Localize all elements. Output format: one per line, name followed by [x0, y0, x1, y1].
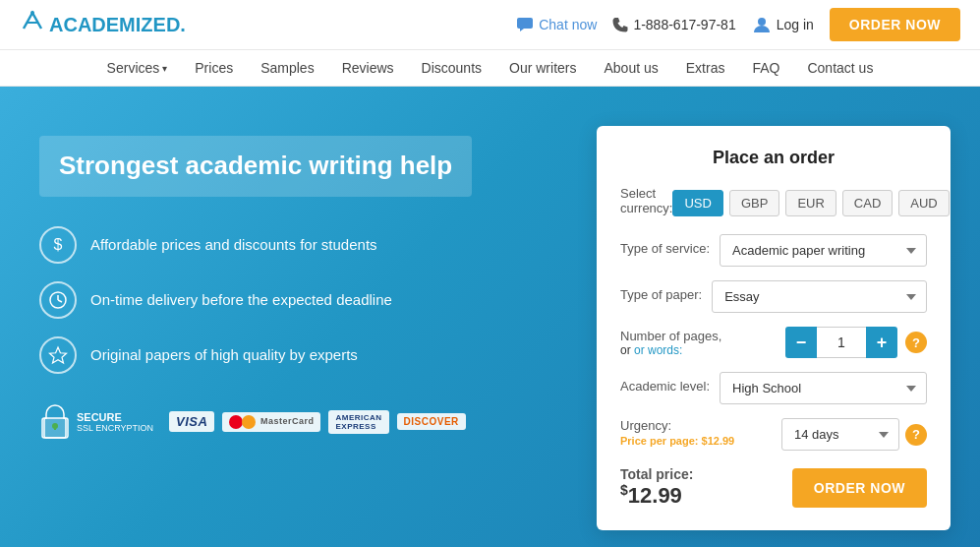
login-label: Log in: [777, 17, 814, 32]
logo-text: ACADEMIZED.: [49, 14, 186, 36]
card-logos: VISA MasterCard AMERICANEXPRESS DISCOVER: [169, 410, 466, 434]
list-item: On-time delivery before the expected dea…: [39, 281, 597, 319]
nav-faq[interactable]: FAQ: [752, 60, 779, 76]
pages-decrement[interactable]: −: [785, 327, 817, 358]
currency-gbp[interactable]: GBP: [729, 190, 779, 216]
feature-list: $ Affordable prices and discounts for st…: [39, 226, 597, 374]
academic-select[interactable]: High School: [720, 372, 927, 404]
pages-value: 1: [817, 327, 866, 358]
total-label: Total price:: [620, 466, 693, 482]
nav-samples[interactable]: Samples: [260, 60, 314, 76]
phone-number: 1-888-617-97-81: [633, 17, 735, 32]
svg-marker-7: [50, 347, 67, 363]
chevron-down-icon: ▾: [162, 63, 167, 74]
svg-rect-10: [54, 426, 56, 430]
order-form: Place an order Select currency: USD GBP …: [597, 126, 951, 530]
urgency-row: Urgency: Price per page: $12.99 14 days …: [620, 418, 927, 451]
logo[interactable]: ACADEMIZED.: [20, 9, 186, 40]
nav-reviews[interactable]: Reviews: [342, 60, 394, 76]
hero-section: Strongest academic writing help $ Afford…: [0, 87, 980, 547]
svg-rect-1: [517, 18, 533, 29]
chat-link[interactable]: Chat now: [516, 17, 597, 32]
currency-label: Select currency:: [620, 186, 672, 215]
nav-services[interactable]: Services ▾: [107, 60, 168, 76]
secure-badges: SECURE SSL ENCRYPTION VISA MasterCard AM…: [39, 403, 597, 441]
ssl-badge: SECURE SSL ENCRYPTION: [39, 403, 153, 441]
feature-text-3: Original papers of high quality by exper…: [90, 346, 358, 363]
phone-link[interactable]: 1-888-617-97-81: [612, 17, 735, 32]
paper-select[interactable]: Essay: [712, 280, 927, 313]
list-item: Original papers of high quality by exper…: [39, 336, 597, 374]
svg-point-3: [758, 18, 766, 26]
paper-row: Type of paper: Essay: [620, 280, 927, 313]
feature-text-1: Affordable prices and discounts for stud…: [90, 236, 377, 253]
star-icon: [39, 336, 77, 374]
urgency-label: Urgency:: [620, 418, 734, 433]
login-link[interactable]: Log in: [752, 15, 814, 34]
lock-icon: [39, 403, 71, 441]
academic-row: Academic level: High School: [620, 372, 927, 404]
order-now-button-top[interactable]: ORDER NOW: [830, 8, 960, 41]
currency-aud[interactable]: AUD: [898, 190, 949, 216]
academic-label: Academic level:: [620, 379, 710, 394]
hero-left: Strongest academic writing help $ Afford…: [39, 126, 597, 441]
main-nav: Services ▾ Prices Samples Reviews Discou…: [0, 50, 980, 87]
dollar-icon: $: [39, 226, 77, 264]
nav-contact[interactable]: Contact us: [807, 60, 873, 76]
svg-line-6: [58, 300, 62, 302]
list-item: $ Affordable prices and discounts for st…: [39, 226, 597, 264]
price-per-page: Price per page: $12.99: [620, 435, 734, 447]
user-icon: [752, 15, 772, 34]
feature-text-2: On-time delivery before the expected dea…: [90, 291, 392, 308]
svg-marker-2: [520, 29, 524, 31]
amex-badge: AMERICANEXPRESS: [328, 410, 388, 434]
pages-help-icon[interactable]: ?: [905, 332, 927, 353]
nav-our-writers[interactable]: Our writers: [509, 60, 576, 76]
urgency-select[interactable]: 14 days 7 days 3 days 1 day: [781, 418, 899, 451]
service-label: Type of service:: [620, 241, 710, 256]
nav-extras[interactable]: Extras: [686, 60, 725, 76]
mastercard-badge: MasterCard: [222, 412, 320, 432]
pages-label: Number of pages,: [620, 329, 721, 343]
secure-text: SECURE SSL ENCRYPTION: [77, 411, 153, 433]
nav-prices[interactable]: Prices: [195, 60, 233, 76]
urgency-help-icon[interactable]: ?: [905, 424, 927, 446]
order-form-title: Place an order: [620, 148, 927, 168]
logo-icon: [20, 9, 45, 40]
chat-icon: [516, 17, 534, 32]
pages-stepper: − 1 +: [785, 327, 897, 358]
phone-icon: [612, 17, 628, 32]
total-section: Total price: $12.99 ORDER NOW: [620, 466, 927, 509]
service-select[interactable]: Academic paper writing: [720, 234, 927, 267]
pages-increment[interactable]: +: [866, 327, 897, 358]
nav-about[interactable]: About us: [604, 60, 658, 76]
hero-title: Strongest academic writing help: [39, 136, 472, 197]
discover-badge: DISCOVER: [397, 413, 466, 430]
currency-cad[interactable]: CAD: [842, 190, 893, 216]
currency-usd[interactable]: USD: [672, 190, 722, 216]
currency-group: USD GBP EUR CAD AUD: [672, 190, 949, 216]
svg-point-0: [30, 11, 34, 15]
top-bar: ACADEMIZED. Chat now 1-888-617-97-81 Log…: [0, 0, 980, 50]
chat-label: Chat now: [539, 17, 597, 32]
total-price: $12.99: [620, 482, 693, 509]
paper-label: Type of paper:: [620, 287, 702, 302]
service-row: Type of service: Academic paper writing: [620, 234, 927, 267]
currency-row: Select currency: USD GBP EUR CAD AUD: [620, 186, 927, 220]
order-now-button-main[interactable]: ORDER NOW: [792, 468, 927, 508]
top-actions: Chat now 1-888-617-97-81 Log in ORDER NO…: [516, 8, 960, 41]
pages-row: Number of pages, or or words: − 1 + ?: [620, 327, 927, 358]
words-link[interactable]: or words:: [634, 343, 682, 357]
nav-discounts[interactable]: Discounts: [422, 60, 482, 76]
visa-badge: VISA: [169, 411, 214, 432]
currency-eur[interactable]: EUR: [785, 190, 836, 216]
clock-icon: [39, 281, 77, 319]
